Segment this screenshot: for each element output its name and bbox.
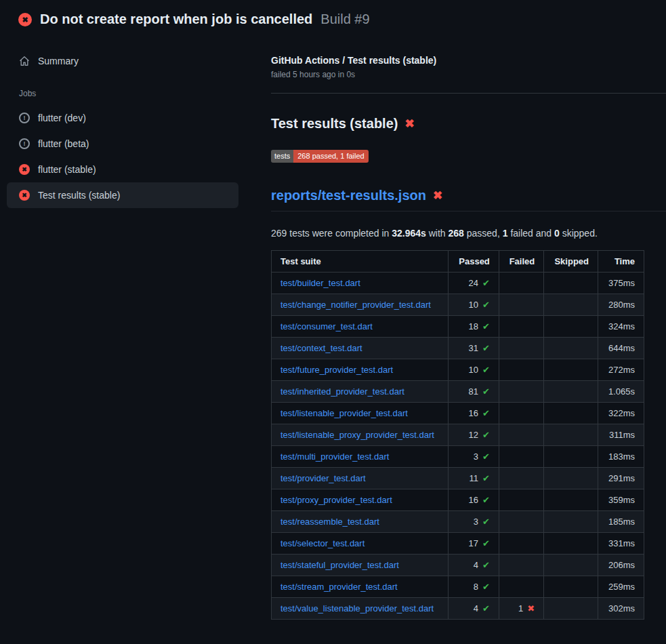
suite-link[interactable]: test/consumer_test.dart [280,321,373,331]
suite-cell: test/change_notifier_provider_test.dart [272,294,449,316]
suite-link[interactable]: test/context_test.dart [280,343,362,353]
pass-check-icon: ✔ [482,408,490,418]
sidebar-item-job[interactable]: !flutter (dev) [7,105,238,131]
passed-count: 16 [468,408,478,418]
sidebar-item-job[interactable]: ✖Test results (stable) [7,182,238,208]
time-cell: 183ms [598,446,644,468]
passed-count: 12 [468,430,478,440]
passed-cell: 4✔ [449,555,499,576]
suite-link[interactable]: test/selector_test.dart [280,538,365,548]
report-title: reports/test-results.json ✖ [271,188,666,212]
table-row: test/value_listenable_provider_test.dart… [272,598,644,620]
suite-link[interactable]: test/future_provider_test.dart [280,365,393,375]
suite-cell: test/reassemble_test.dart [272,511,449,533]
failed-cell [499,576,543,598]
suite-cell: test/context_test.dart [272,338,449,359]
suite-link[interactable]: test/provider_test.dart [280,473,366,483]
passed-cell: 11✔ [449,468,499,489]
failed-cell [499,381,543,403]
passed-cell: 10✔ [449,359,499,381]
summary-segment: with [426,228,449,239]
run-title: Do not create report when job is cancell… [40,12,312,27]
pass-check-icon: ✔ [482,582,490,592]
time-cell: 185ms [598,511,644,533]
pass-check-icon: ✔ [482,473,490,483]
pass-check-icon: ✔ [482,538,490,548]
section-title: Test results (stable) ✖ [271,116,666,132]
pass-check-icon: ✔ [482,517,490,527]
skipped-cell [544,424,598,446]
sidebar-item-label: flutter (beta) [38,138,89,149]
suite-link[interactable]: test/listenable_proxy_provider_test.dart [280,430,434,440]
pass-check-icon: ✔ [482,365,490,375]
main-content: GitHub Actions / Test results (stable) f… [271,36,666,620]
passed-cell: 17✔ [449,533,499,555]
suite-link[interactable]: test/stateful_provider_test.dart [280,560,399,570]
time-cell: 359ms [598,489,644,511]
suite-link[interactable]: test/builder_test.dart [280,278,360,288]
pass-check-icon: ✔ [482,560,490,570]
summary-segment: 268 [449,228,464,239]
table-header-row: Test suitePassedFailedSkippedTime [272,251,644,273]
suite-link[interactable]: test/stream_provider_test.dart [280,582,398,592]
column-header: Test suite [272,251,449,273]
table-row: test/proxy_provider_test.dart16✔359ms [272,489,644,511]
sidebar-item-job[interactable]: ✖flutter (stable) [7,157,238,182]
pass-check-icon: ✔ [482,430,490,440]
sidebar-item-summary[interactable]: Summary [7,48,238,74]
layout: Summary Jobs !flutter (dev)!flutter (bet… [0,36,666,620]
table-body: test/builder_test.dart24✔375mstest/chang… [272,273,644,620]
failed-cell [499,555,543,576]
passed-cell: 16✔ [449,489,499,511]
alert-circle-icon: ! [19,113,30,123]
skipped-cell [544,359,598,381]
tests-badge: tests 268 passed, 1 failed [271,150,369,163]
skipped-cell [544,338,598,359]
passed-count: 18 [468,321,478,331]
suite-cell: test/provider_test.dart [272,468,449,489]
passed-count: 10 [468,365,478,375]
suite-link[interactable]: test/listenable_provider_test.dart [280,408,408,418]
table-row: test/builder_test.dart24✔375ms [272,273,644,294]
suite-link[interactable]: test/reassemble_test.dart [280,517,379,527]
passed-cell: 24✔ [449,273,499,294]
suite-cell: test/listenable_provider_test.dart [272,403,449,424]
report-link[interactable]: reports/test-results.json [271,188,426,203]
summary-segment: skipped. [560,228,598,239]
badge-value: 268 passed, 1 failed [293,150,368,163]
failed-cell: 1✖ [499,598,543,620]
summary-segment: 269 tests were completed in [271,228,392,239]
app: ✖ Do not create report when job is cance… [0,0,666,620]
sidebar-item-label: flutter (dev) [38,113,86,123]
badge-label: tests [271,150,293,163]
passed-count: 31 [468,343,478,353]
suite-link[interactable]: test/change_notifier_provider_test.dart [280,300,431,310]
suite-link[interactable]: test/multi_provider_test.dart [280,451,389,462]
failed-cell [499,489,543,511]
run-meta: failed 5 hours ago in 0s [271,70,666,79]
time-cell: 259ms [598,576,644,598]
suite-link[interactable]: test/proxy_provider_test.dart [280,495,392,505]
skipped-cell [544,598,598,620]
sidebar-item-job[interactable]: !flutter (beta) [7,131,238,157]
failed-cell [499,316,543,338]
column-header: Passed [449,251,499,273]
failed-cell [499,359,543,381]
table-row: test/change_notifier_provider_test.dart1… [272,294,644,316]
failed-cell [499,511,543,533]
summary-segment: passed, [464,228,503,239]
suite-cell: test/inherited_provider_test.dart [272,381,449,403]
time-cell: 644ms [598,338,644,359]
table-row: test/consumer_test.dart18✔324ms [272,316,644,338]
sidebar-item-label: flutter (stable) [38,164,96,175]
run-header: ✖ Do not create report when job is cance… [0,0,666,36]
suite-cell: test/builder_test.dart [272,273,449,294]
pass-check-icon: ✔ [482,495,490,505]
suite-link[interactable]: test/value_listenable_provider_test.dart [280,603,434,613]
divider [271,93,666,94]
pass-check-icon: ✔ [482,278,490,288]
suite-link[interactable]: test/inherited_provider_test.dart [280,386,404,397]
x-circle-icon: ✖ [19,164,30,175]
passed-count: 17 [468,538,478,548]
suite-cell: test/proxy_provider_test.dart [272,489,449,511]
